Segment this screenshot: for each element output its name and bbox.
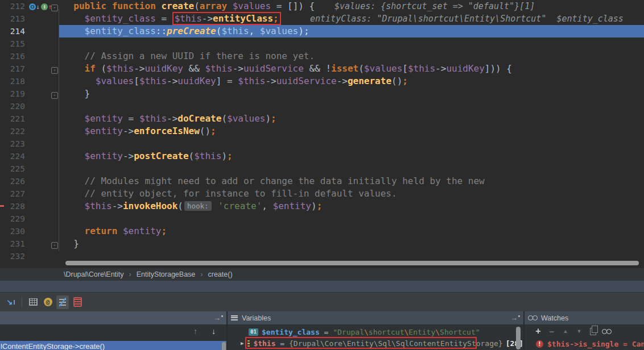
line-number-232[interactable]: 232 — [0, 250, 25, 262]
breadcrumb-separator-icon: › — [129, 270, 131, 278]
line-number-231[interactable]: 231 — [0, 238, 25, 250]
line-number-215[interactable]: 215 — [0, 38, 25, 50]
code-line-218[interactable]: 218 $values[$this->uuidKey] = $this->uui… — [0, 75, 644, 88]
fold-column: - — [50, 63, 59, 75]
fold-marker[interactable]: - — [51, 92, 58, 99]
line-number-213[interactable]: 213 — [0, 13, 25, 25]
editor-horizontal-scrollbar[interactable] — [65, 261, 639, 265]
frames-scrollbar[interactable] — [222, 342, 226, 350]
code-text: // Modules might need to add or change t… — [63, 176, 485, 186]
watches-list[interactable]: + − ▲ ▼ ! $this->is_single = Cannot e — [525, 324, 644, 350]
code-line-229[interactable]: 229 — [0, 213, 644, 225]
code-line-221[interactable]: 221 $entity = $this->doCreate($values); — [0, 113, 644, 125]
code-line-227[interactable]: 227 // entity object, for instance to fi… — [0, 188, 644, 200]
code-editor[interactable]: 212O↓I↑- public function create(array $v… — [0, 0, 644, 268]
at-glyph: @ — [44, 298, 52, 306]
menu-icon[interactable] — [231, 315, 238, 320]
fold-marker[interactable]: - — [51, 5, 58, 11]
variables-pane-header: Variables → — [228, 311, 523, 324]
overridden-method-icon[interactable]: O↓ — [29, 0, 40, 13]
variables-list[interactable]: 01 $entity_class = "Drupal\shortcut\Enti… — [228, 324, 523, 350]
code-token: function — [112, 1, 156, 11]
line-number-224[interactable]: 224 — [0, 150, 25, 163]
code-token: $this — [238, 76, 265, 86]
selected-frame[interactable]: lContentEntityStorage->create() — [0, 341, 226, 350]
remove-watch-icon[interactable]: − — [545, 326, 559, 337]
error-icon: ! — [536, 340, 543, 348]
code-token: ( — [194, 1, 200, 11]
expand-arrow-icon[interactable]: ▶ — [241, 340, 243, 346]
breadcrumb-item[interactable]: \Drupal\Core\Entity — [64, 270, 124, 278]
move-watch-down-icon[interactable]: ▼ — [572, 326, 586, 337]
show-watches-icon[interactable] — [600, 326, 613, 337]
line-number-229[interactable]: 229 — [0, 213, 25, 225]
jump-to-cursor-icon[interactable]: ↘ — [5, 295, 17, 309]
restore-layout-icon[interactable] — [27, 295, 39, 309]
code-token: $entity_class — [85, 13, 156, 24]
line-number-223[interactable]: 223 — [0, 138, 25, 150]
move-watch-up-icon[interactable]: ▲ — [559, 326, 572, 337]
clipboard-glyph — [73, 297, 82, 307]
code-line-212[interactable]: 212O↓I↑- public function create(array $v… — [0, 0, 644, 13]
code-token: () — [391, 76, 402, 86]
line-number-212[interactable]: 212 — [0, 0, 25, 13]
line-number-226[interactable]: 226 — [0, 175, 25, 188]
line-number-220[interactable]: 220 — [0, 100, 25, 113]
code-token: ) — [265, 113, 271, 124]
code-line-224[interactable]: 224 $entity->postCreate($this); — [0, 150, 644, 163]
line-number-225[interactable]: 225 — [0, 163, 25, 175]
code-token: array — [200, 1, 227, 11]
code-line-217[interactable]: 217- if ($this->uuidKey && $this->uuidSe… — [0, 63, 644, 75]
breadcrumb-item[interactable]: EntityStorageBase — [137, 270, 196, 278]
pin-icon[interactable]: → — [510, 315, 520, 321]
evaluate-expression-icon[interactable]: @ — [42, 295, 54, 309]
fold-marker[interactable]: - — [51, 67, 58, 74]
memory-view-icon[interactable] — [71, 295, 84, 309]
line-number-219[interactable]: 219 — [0, 88, 25, 100]
variables-scrollbar[interactable] — [516, 327, 521, 349]
line-number-230[interactable]: 230 — [0, 225, 25, 238]
frame-up-icon[interactable]: ↑ — [193, 327, 197, 336]
panel-splitter-bar[interactable] — [0, 281, 644, 292]
inline-values-toggle-icon[interactable] — [56, 295, 69, 309]
line-number-217[interactable]: 217 — [0, 63, 25, 75]
code-line-220[interactable]: 220 — [0, 100, 644, 113]
code-line-230[interactable]: 230 return $entity; — [0, 225, 644, 238]
pin-icon[interactable]: → — [213, 315, 223, 321]
add-watch-icon[interactable]: + — [531, 326, 545, 337]
code-line-226[interactable]: 226 // Modules might need to add or chan… — [0, 175, 644, 188]
code-line-213[interactable]: 213 $entity_class = $this->entityClass;e… — [0, 13, 644, 25]
variable-row-entity-class[interactable]: 01 $entity_class = "Drupal\shortcut\Enti… — [228, 326, 523, 338]
line-number-222[interactable]: 222 — [0, 125, 25, 138]
line-number-218[interactable]: 218 — [0, 75, 25, 88]
breadcrumb-item[interactable]: create() — [208, 270, 233, 278]
frames-pane: → ↑ ↓ lContentEntityStorage->create() — [0, 311, 226, 350]
code-token: invokeHook — [123, 201, 177, 211]
code-line-223[interactable]: 223 — [0, 138, 644, 150]
code-line-219[interactable]: 219- } — [0, 88, 644, 100]
code-line-215[interactable]: 215 — [0, 38, 644, 50]
code-line-225[interactable]: 225 — [0, 163, 644, 175]
code-line-214[interactable]: 214 $entity_class::preCreate($this, $val… — [0, 25, 644, 38]
frame-down-icon[interactable]: ↓ — [212, 327, 216, 336]
code-line-216[interactable]: 216 // Assign a new UUID if there is non… — [0, 50, 644, 63]
code-text: // Assign a new UUID if there is none ye… — [63, 51, 315, 61]
code-line-228[interactable]: 228 $this->invokeHook(hook: 'create', $e… — [0, 200, 644, 213]
duplicate-watch-icon[interactable] — [586, 326, 600, 337]
fold-marker[interactable]: - — [51, 242, 58, 249]
arrow-cursor-glyph: ↘ — [7, 298, 15, 306]
line-number-221[interactable]: 221 — [0, 113, 25, 125]
line-number-216[interactable]: 216 — [0, 50, 25, 63]
code-text: $entity = $this->doCreate($values); — [63, 113, 276, 124]
debug-toolbar: ↘ @ — [0, 292, 644, 311]
code-line-231[interactable]: 231- } — [0, 238, 644, 250]
phpstorm-debug-window: 212O↓I↑- public function create(array $v… — [0, 0, 644, 350]
code-line-222[interactable]: 222 $entity->enforceIsNew(); — [0, 125, 644, 138]
line-number-214[interactable]: 214 — [0, 25, 25, 38]
frames-list[interactable]: ↑ ↓ lContentEntityStorage->create() — [0, 324, 226, 350]
code-token: ) — [221, 151, 227, 161]
line-number-227[interactable]: 227 — [0, 188, 25, 200]
watch-row[interactable]: ! $this->is_single = Cannot e — [536, 340, 644, 348]
code-token — [63, 201, 85, 211]
code-token: $entity — [273, 201, 311, 211]
